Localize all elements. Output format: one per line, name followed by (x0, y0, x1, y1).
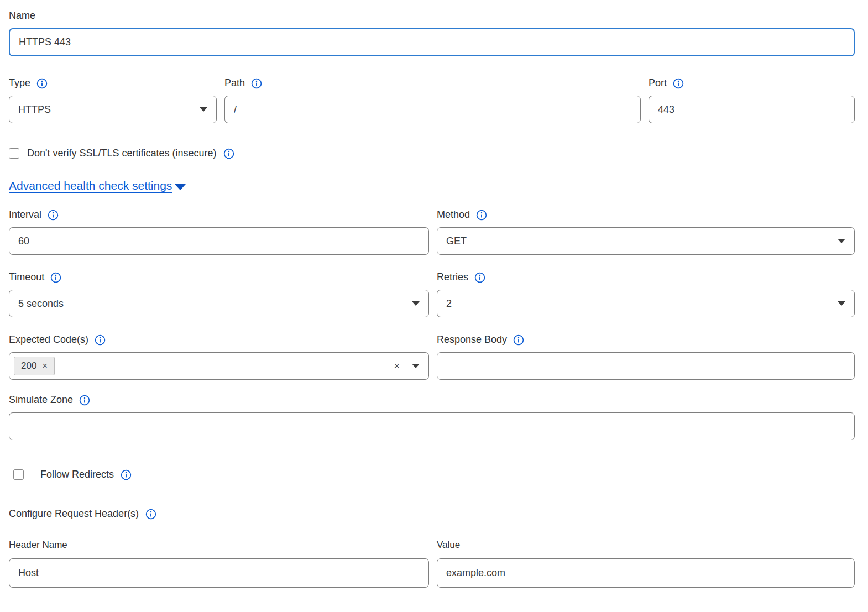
method-select[interactable]: GET (437, 227, 855, 255)
header-value-column-label: Value (437, 540, 855, 551)
timeout-select-value: 5 seconds (18, 298, 412, 310)
name-label-text: Name (9, 10, 35, 22)
simulate-zone-input[interactable] (9, 412, 855, 440)
header-name-input[interactable] (9, 558, 429, 588)
request-headers-section-text: Configure Request Header(s) (9, 508, 139, 520)
name-input[interactable] (9, 28, 855, 56)
response-body-info-icon[interactable] (513, 334, 524, 346)
type-info-icon[interactable] (36, 78, 48, 89)
name-label: Name (9, 10, 855, 22)
method-select-value: GET (446, 236, 838, 247)
follow-redirects-info-icon[interactable] (121, 469, 132, 480)
clear-all-icon[interactable]: × (394, 361, 400, 371)
simulate-zone-label: Simulate Zone (9, 394, 73, 406)
interval-input[interactable] (9, 227, 429, 255)
retries-select[interactable]: 2 (437, 290, 855, 317)
type-select[interactable]: HTTPS (9, 96, 217, 123)
header-value-input[interactable] (437, 558, 855, 588)
expected-codes-multiselect[interactable]: 200 × × (9, 352, 429, 380)
follow-redirects-row: Follow Redirects (9, 469, 855, 480)
interval-info-icon[interactable] (48, 210, 59, 221)
request-header-row (9, 558, 855, 588)
caret-down-icon (838, 301, 845, 306)
advanced-settings-link-text: Advanced health check settings (9, 179, 172, 192)
ssl-verify-label: Don't verify SSL/TLS certificates (insec… (27, 148, 217, 159)
retries-select-value: 2 (446, 298, 838, 310)
method-info-icon[interactable] (476, 210, 487, 221)
caret-down-icon (200, 107, 207, 112)
type-label: Type (9, 77, 30, 89)
caret-down-icon (175, 184, 186, 190)
ssl-verify-checkbox[interactable] (9, 148, 19, 159)
tag-remove-icon[interactable]: × (42, 362, 47, 370)
expected-code-tag-text: 200 (21, 360, 36, 372)
follow-redirects-label: Follow Redirects (40, 469, 114, 480)
method-label: Method (437, 209, 470, 221)
retries-label: Retries (437, 271, 468, 283)
port-info-icon[interactable] (673, 78, 684, 89)
path-input[interactable] (224, 96, 641, 123)
port-input[interactable] (649, 96, 855, 123)
response-body-label: Response Body (437, 334, 507, 346)
health-check-form: Name Type HTTPS Path (0, 0, 868, 612)
caret-down-icon (412, 364, 420, 368)
ssl-verify-info-icon[interactable] (223, 148, 234, 159)
response-body-input[interactable] (437, 352, 855, 380)
timeout-info-icon[interactable] (50, 272, 61, 283)
request-headers-info-icon[interactable] (145, 509, 156, 520)
retries-info-icon[interactable] (474, 272, 485, 283)
caret-down-icon (838, 239, 845, 243)
ssl-verify-row: Don't verify SSL/TLS certificates (insec… (9, 148, 855, 159)
path-label: Path (224, 77, 245, 89)
expected-code-tag: 200 × (14, 357, 55, 375)
follow-redirects-checkbox[interactable] (13, 469, 24, 480)
caret-down-icon (412, 301, 420, 306)
type-select-value: HTTPS (18, 104, 200, 116)
expected-codes-info-icon[interactable] (95, 334, 106, 346)
header-name-column-label: Header Name (9, 540, 429, 551)
timeout-label: Timeout (9, 271, 44, 283)
path-info-icon[interactable] (251, 78, 262, 89)
port-label: Port (649, 77, 667, 89)
request-headers-section-label: Configure Request Header(s) (9, 508, 855, 520)
interval-label: Interval (9, 209, 41, 221)
expected-codes-label: Expected Code(s) (9, 334, 88, 346)
timeout-select[interactable]: 5 seconds (9, 290, 429, 317)
simulate-zone-info-icon[interactable] (79, 395, 90, 406)
advanced-settings-link[interactable]: Advanced health check settings (9, 179, 172, 192)
